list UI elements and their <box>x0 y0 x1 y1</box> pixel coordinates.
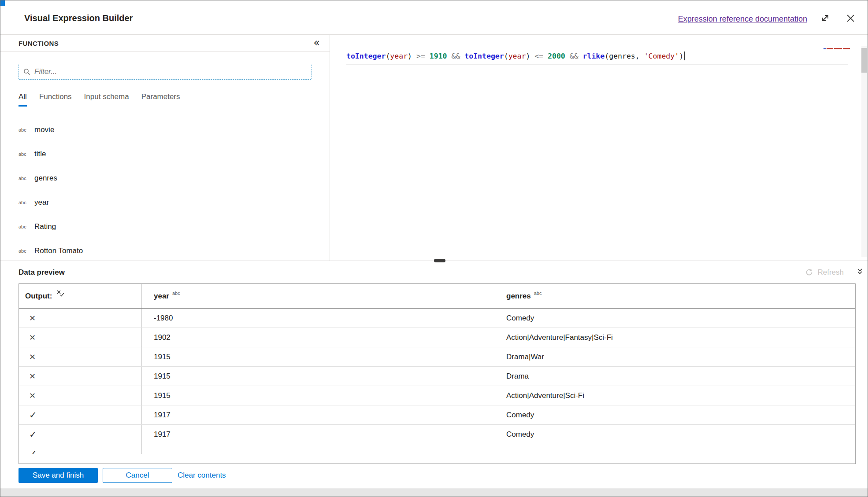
search-icon <box>23 68 30 75</box>
save-and-finish-button[interactable]: Save and finish <box>19 468 98 483</box>
table-header-row: Output: year abc genres abc <box>19 284 855 309</box>
schema-item-label: Rotton Tomato <box>34 247 83 255</box>
code-token: year <box>390 52 408 60</box>
page-title: Visual Expression Builder <box>24 13 133 23</box>
divider-drag-handle[interactable] <box>434 259 445 262</box>
code-token: rlike <box>583 52 605 60</box>
expression-reference-doc-link[interactable]: Expression reference documentation <box>678 15 807 24</box>
column-header-year[interactable]: year abc <box>142 284 494 308</box>
code-token: && <box>451 52 460 60</box>
cell-output: ✓ <box>19 405 142 424</box>
code-token: >= <box>416 52 425 60</box>
code-token: && <box>570 52 579 60</box>
output-filter-flag-icon <box>56 290 65 299</box>
cell-output: ✕ <box>19 386 142 405</box>
current-line-rule <box>346 64 848 65</box>
code-token <box>579 52 583 60</box>
code-token: ) <box>679 52 683 60</box>
refresh-icon <box>805 268 813 276</box>
schema-item-movie[interactable]: abcmovie <box>0 118 330 142</box>
schema-item-rotton-tomato[interactable]: abcRotton Tomato <box>0 239 330 261</box>
cell-year: 1915 <box>142 386 494 405</box>
table-row: ✕1915Action|Adventure|Sci-Fi <box>19 386 855 405</box>
cancel-button[interactable]: Cancel <box>103 468 172 483</box>
code-token: 'Comedy' <box>644 52 679 60</box>
tab-functions[interactable]: Functions <box>39 92 72 107</box>
string-type-icon: abc <box>19 127 30 133</box>
table-row: ✓1917Comedy <box>19 405 855 425</box>
code-token: toInteger <box>346 52 386 60</box>
tab-parameters[interactable]: Parameters <box>141 92 180 107</box>
table-row: ✕1902Action|Adventure|Fantasy|Sci-Fi <box>19 328 855 347</box>
close-icon <box>846 14 855 25</box>
string-type-tag: abc <box>534 291 542 296</box>
schema-item-label: year <box>34 198 49 207</box>
background-page-fragment <box>0 0 5 6</box>
schema-item-genres[interactable]: abcgenres <box>0 166 330 190</box>
cell-output: ✕ <box>19 309 142 328</box>
expand-dialog-button[interactable] <box>820 14 831 24</box>
code-token: year <box>508 52 526 60</box>
cell-genres: Comedy <box>494 405 855 424</box>
included-check-icon: ✓ <box>29 449 37 454</box>
schema-list: abcmovieabctitleabcgenresabcyearabcRatin… <box>0 118 330 261</box>
expression-code-line[interactable]: toInteger(year) >= 1910 && toInteger(yea… <box>346 50 685 63</box>
table-row: ✓ <box>19 444 855 454</box>
filter-input[interactable] <box>34 67 307 76</box>
column-header-output[interactable]: Output: <box>19 284 142 308</box>
tab-all[interactable]: All <box>19 92 27 107</box>
refresh-button[interactable]: Refresh <box>805 261 844 283</box>
cell-year: 1902 <box>142 328 494 347</box>
cell-genres: Drama <box>494 367 855 386</box>
tabs: AllFunctionsInput schemaParameters <box>19 92 180 107</box>
code-token: genres <box>609 52 635 60</box>
column-header-label: year <box>154 292 169 301</box>
cell-year: -1980 <box>142 309 494 328</box>
titlebar: Visual Expression Builder Expression ref… <box>0 0 868 35</box>
cell-output: ✓ <box>19 444 142 454</box>
clear-contents-link[interactable]: Clear contents <box>178 471 226 480</box>
schema-item-rating[interactable]: abcRating <box>0 214 330 239</box>
code-token <box>565 52 570 60</box>
data-preview-bar: Data preview Refresh <box>0 261 868 283</box>
code-token <box>447 52 452 60</box>
excluded-x-icon: ✕ <box>29 313 36 323</box>
cell-genres: Action|Adventure|Sci-Fi <box>494 386 855 405</box>
cell-year: 1917 <box>142 405 494 424</box>
string-type-icon: abc <box>19 176 30 181</box>
code-token <box>412 52 416 60</box>
background-strip <box>0 488 868 497</box>
code-token: 2000 <box>548 52 565 60</box>
cell-year: 1917 <box>142 425 494 444</box>
schema-item-label: Rating <box>34 222 56 231</box>
filter-box[interactable] <box>19 64 312 80</box>
code-token: <= <box>534 52 543 60</box>
double-chevron-down-icon <box>857 268 863 275</box>
table-row: ✕1915Drama <box>19 367 855 386</box>
included-check-icon: ✓ <box>29 410 37 420</box>
schema-item-year[interactable]: abcyear <box>0 190 330 214</box>
code-token <box>460 52 464 60</box>
expression-editor[interactable]: toInteger(year) >= 1910 && toInteger(yea… <box>330 35 868 261</box>
editor-minimap <box>823 47 850 52</box>
data-preview-title: Data preview <box>19 261 65 283</box>
tab-input-schema[interactable]: Input schema <box>84 92 129 107</box>
cell-genres <box>494 444 855 454</box>
schema-item-title[interactable]: abctitle <box>0 142 330 166</box>
footer: Save and finish Cancel Clear contents <box>19 468 226 483</box>
string-type-icon: abc <box>19 248 30 254</box>
string-type-icon: abc <box>19 151 30 157</box>
collapse-panel-icon[interactable]: « <box>313 35 320 51</box>
excluded-x-icon: ✕ <box>29 372 36 381</box>
close-dialog-button[interactable] <box>845 14 856 24</box>
editor-scrollbar-thumb[interactable] <box>861 48 867 73</box>
editor-scrollbar[interactable] <box>861 46 867 257</box>
collapse-preview-button[interactable] <box>857 268 863 277</box>
code-token <box>425 52 430 60</box>
column-header-genres[interactable]: genres abc <box>494 284 855 308</box>
table-row: ✓1917Comedy <box>19 425 855 444</box>
functions-panel: FUNCTIONS « AllFunctionsInput schemaPara… <box>0 35 330 261</box>
code-token: ) <box>526 52 530 60</box>
cell-output: ✓ <box>19 425 142 444</box>
code-token: toInteger <box>464 52 504 60</box>
